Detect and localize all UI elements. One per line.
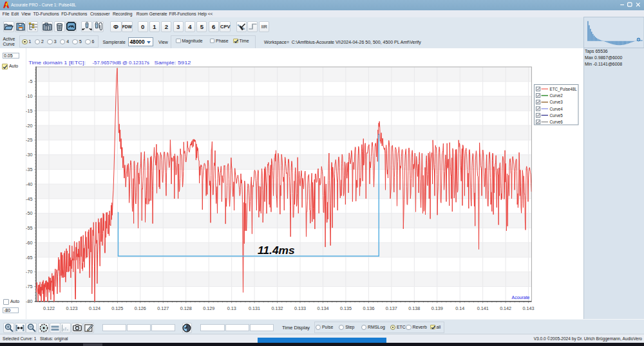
svg-text:11.4ms: 11.4ms: [258, 244, 295, 257]
svg-text:-55: -55: [26, 225, 32, 231]
svg-text:-30: -30: [26, 152, 32, 158]
svg-text:-25: -25: [26, 137, 32, 143]
svg-text:0.13: 0.13: [227, 305, 236, 311]
svg-text:-60: -60: [26, 240, 32, 246]
svg-text:-75: -75: [26, 284, 32, 289]
svg-text:0.131: 0.131: [249, 305, 260, 311]
svg-text:0.142: 0.142: [500, 305, 511, 311]
svg-text:0.136: 0.136: [363, 305, 374, 311]
svg-text:0.143: 0.143: [523, 305, 535, 311]
svg-text:Acourate: Acourate: [511, 295, 529, 300]
svg-text:0.138: 0.138: [408, 305, 420, 311]
svg-text:ETC_Pulse48L: ETC_Pulse48L: [550, 87, 578, 92]
svg-text:0.137: 0.137: [386, 305, 397, 311]
svg-text:0.128: 0.128: [180, 305, 192, 311]
svg-text:0.122: 0.122: [43, 305, 55, 311]
svg-text:Time domain 1 [ETC]:-57.96579d: Time domain 1 [ETC]:-57.96579dB @ 0.1231…: [28, 60, 191, 66]
svg-text:-80: -80: [26, 298, 32, 304]
svg-text:0.132: 0.132: [272, 305, 283, 311]
svg-text:-50: -50: [26, 210, 32, 216]
svg-text:0.125: 0.125: [111, 305, 123, 311]
svg-text:0.133: 0.133: [294, 305, 306, 311]
svg-text:Curve6: Curve6: [550, 120, 564, 124]
svg-text:0.129: 0.129: [203, 305, 214, 311]
svg-text:0.134: 0.134: [317, 305, 328, 311]
svg-text:-10: -10: [26, 93, 32, 99]
svg-text:-20: -20: [26, 123, 32, 129]
svg-text:0.127: 0.127: [157, 305, 169, 311]
svg-text:Curve2: Curve2: [550, 93, 564, 98]
svg-text:0.139: 0.139: [431, 305, 443, 311]
svg-text:Curve5: Curve5: [550, 113, 564, 118]
svg-text:-45: -45: [26, 196, 32, 202]
svg-text:Curve4: Curve4: [550, 107, 564, 111]
svg-text:0.123: 0.123: [66, 305, 77, 311]
svg-text:-15: -15: [26, 108, 32, 114]
svg-text:0.14: 0.14: [455, 305, 464, 311]
svg-text:-5: -5: [28, 78, 32, 84]
svg-text:-40: -40: [26, 181, 32, 187]
svg-text:0.135: 0.135: [340, 305, 352, 311]
svg-text:0.124: 0.124: [89, 305, 100, 311]
svg-text:-65: -65: [26, 255, 32, 260]
svg-text:0.141: 0.141: [477, 305, 489, 311]
svg-text:-35: -35: [26, 167, 32, 172]
svg-text:-70: -70: [26, 269, 32, 275]
svg-text:Curve3: Curve3: [550, 100, 564, 104]
svg-text:0.126: 0.126: [135, 305, 146, 311]
